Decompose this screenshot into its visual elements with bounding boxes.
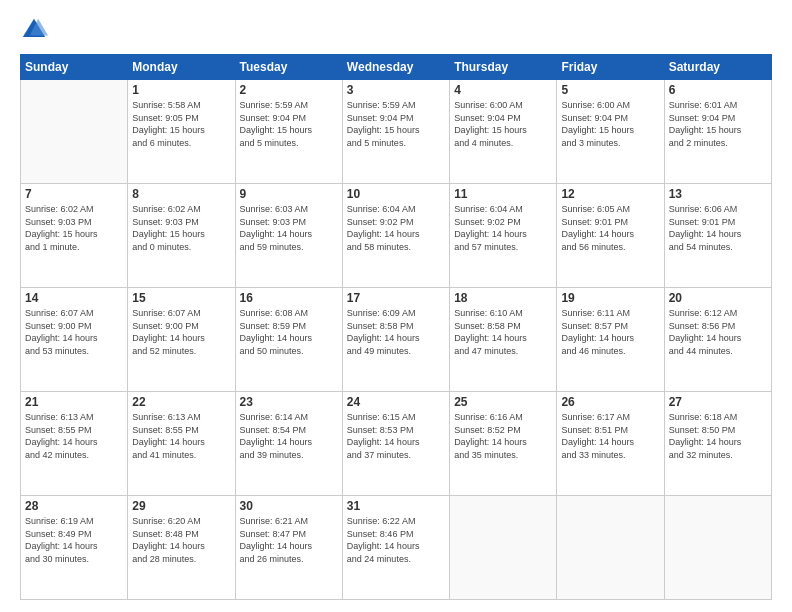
calendar-cell: 1Sunrise: 5:58 AM Sunset: 9:05 PM Daylig… <box>128 80 235 184</box>
weekday-header-saturday: Saturday <box>664 55 771 80</box>
day-number: 18 <box>454 291 552 305</box>
calendar-cell: 21Sunrise: 6:13 AM Sunset: 8:55 PM Dayli… <box>21 392 128 496</box>
cell-info: Sunrise: 6:13 AM Sunset: 8:55 PM Dayligh… <box>132 411 230 461</box>
calendar-cell: 13Sunrise: 6:06 AM Sunset: 9:01 PM Dayli… <box>664 184 771 288</box>
day-number: 27 <box>669 395 767 409</box>
cell-info: Sunrise: 6:21 AM Sunset: 8:47 PM Dayligh… <box>240 515 338 565</box>
day-number: 2 <box>240 83 338 97</box>
calendar-cell: 27Sunrise: 6:18 AM Sunset: 8:50 PM Dayli… <box>664 392 771 496</box>
cell-info: Sunrise: 6:18 AM Sunset: 8:50 PM Dayligh… <box>669 411 767 461</box>
cell-info: Sunrise: 6:03 AM Sunset: 9:03 PM Dayligh… <box>240 203 338 253</box>
calendar-cell: 10Sunrise: 6:04 AM Sunset: 9:02 PM Dayli… <box>342 184 449 288</box>
day-number: 25 <box>454 395 552 409</box>
calendar-cell: 16Sunrise: 6:08 AM Sunset: 8:59 PM Dayli… <box>235 288 342 392</box>
cell-info: Sunrise: 6:20 AM Sunset: 8:48 PM Dayligh… <box>132 515 230 565</box>
day-number: 16 <box>240 291 338 305</box>
day-number: 6 <box>669 83 767 97</box>
day-number: 4 <box>454 83 552 97</box>
cell-info: Sunrise: 6:14 AM Sunset: 8:54 PM Dayligh… <box>240 411 338 461</box>
day-number: 31 <box>347 499 445 513</box>
weekday-header-wednesday: Wednesday <box>342 55 449 80</box>
cell-info: Sunrise: 6:04 AM Sunset: 9:02 PM Dayligh… <box>454 203 552 253</box>
cell-info: Sunrise: 6:09 AM Sunset: 8:58 PM Dayligh… <box>347 307 445 357</box>
day-number: 17 <box>347 291 445 305</box>
calendar-cell: 17Sunrise: 6:09 AM Sunset: 8:58 PM Dayli… <box>342 288 449 392</box>
calendar-cell: 28Sunrise: 6:19 AM Sunset: 8:49 PM Dayli… <box>21 496 128 600</box>
calendar-cell: 23Sunrise: 6:14 AM Sunset: 8:54 PM Dayli… <box>235 392 342 496</box>
calendar-week-3: 14Sunrise: 6:07 AM Sunset: 9:00 PM Dayli… <box>21 288 772 392</box>
calendar-cell <box>557 496 664 600</box>
cell-info: Sunrise: 6:08 AM Sunset: 8:59 PM Dayligh… <box>240 307 338 357</box>
calendar-cell: 19Sunrise: 6:11 AM Sunset: 8:57 PM Dayli… <box>557 288 664 392</box>
cell-info: Sunrise: 6:16 AM Sunset: 8:52 PM Dayligh… <box>454 411 552 461</box>
weekday-header-sunday: Sunday <box>21 55 128 80</box>
day-number: 23 <box>240 395 338 409</box>
cell-info: Sunrise: 6:05 AM Sunset: 9:01 PM Dayligh… <box>561 203 659 253</box>
calendar-week-2: 7Sunrise: 6:02 AM Sunset: 9:03 PM Daylig… <box>21 184 772 288</box>
calendar-cell: 8Sunrise: 6:02 AM Sunset: 9:03 PM Daylig… <box>128 184 235 288</box>
cell-info: Sunrise: 6:15 AM Sunset: 8:53 PM Dayligh… <box>347 411 445 461</box>
day-number: 13 <box>669 187 767 201</box>
logo <box>20 16 52 44</box>
day-number: 26 <box>561 395 659 409</box>
calendar-cell: 5Sunrise: 6:00 AM Sunset: 9:04 PM Daylig… <box>557 80 664 184</box>
cell-info: Sunrise: 5:58 AM Sunset: 9:05 PM Dayligh… <box>132 99 230 149</box>
calendar-cell: 26Sunrise: 6:17 AM Sunset: 8:51 PM Dayli… <box>557 392 664 496</box>
day-number: 30 <box>240 499 338 513</box>
calendar-cell: 30Sunrise: 6:21 AM Sunset: 8:47 PM Dayli… <box>235 496 342 600</box>
day-number: 10 <box>347 187 445 201</box>
calendar-cell: 22Sunrise: 6:13 AM Sunset: 8:55 PM Dayli… <box>128 392 235 496</box>
calendar-week-4: 21Sunrise: 6:13 AM Sunset: 8:55 PM Dayli… <box>21 392 772 496</box>
day-number: 7 <box>25 187 123 201</box>
cell-info: Sunrise: 6:19 AM Sunset: 8:49 PM Dayligh… <box>25 515 123 565</box>
weekday-header-friday: Friday <box>557 55 664 80</box>
weekday-header-tuesday: Tuesday <box>235 55 342 80</box>
day-number: 9 <box>240 187 338 201</box>
calendar-cell: 14Sunrise: 6:07 AM Sunset: 9:00 PM Dayli… <box>21 288 128 392</box>
day-number: 28 <box>25 499 123 513</box>
cell-info: Sunrise: 6:02 AM Sunset: 9:03 PM Dayligh… <box>25 203 123 253</box>
weekday-header-row: SundayMondayTuesdayWednesdayThursdayFrid… <box>21 55 772 80</box>
cell-info: Sunrise: 6:17 AM Sunset: 8:51 PM Dayligh… <box>561 411 659 461</box>
calendar-cell: 20Sunrise: 6:12 AM Sunset: 8:56 PM Dayli… <box>664 288 771 392</box>
calendar-cell: 29Sunrise: 6:20 AM Sunset: 8:48 PM Dayli… <box>128 496 235 600</box>
calendar-cell: 25Sunrise: 6:16 AM Sunset: 8:52 PM Dayli… <box>450 392 557 496</box>
day-number: 5 <box>561 83 659 97</box>
cell-info: Sunrise: 6:04 AM Sunset: 9:02 PM Dayligh… <box>347 203 445 253</box>
calendar-cell: 31Sunrise: 6:22 AM Sunset: 8:46 PM Dayli… <box>342 496 449 600</box>
day-number: 12 <box>561 187 659 201</box>
day-number: 21 <box>25 395 123 409</box>
cell-info: Sunrise: 6:13 AM Sunset: 8:55 PM Dayligh… <box>25 411 123 461</box>
calendar-cell <box>450 496 557 600</box>
day-number: 15 <box>132 291 230 305</box>
calendar-cell: 24Sunrise: 6:15 AM Sunset: 8:53 PM Dayli… <box>342 392 449 496</box>
calendar-cell: 2Sunrise: 5:59 AM Sunset: 9:04 PM Daylig… <box>235 80 342 184</box>
calendar-cell: 9Sunrise: 6:03 AM Sunset: 9:03 PM Daylig… <box>235 184 342 288</box>
calendar-cell: 18Sunrise: 6:10 AM Sunset: 8:58 PM Dayli… <box>450 288 557 392</box>
logo-icon <box>20 16 48 44</box>
cell-info: Sunrise: 6:06 AM Sunset: 9:01 PM Dayligh… <box>669 203 767 253</box>
page: SundayMondayTuesdayWednesdayThursdayFrid… <box>0 0 792 612</box>
calendar-week-5: 28Sunrise: 6:19 AM Sunset: 8:49 PM Dayli… <box>21 496 772 600</box>
day-number: 14 <box>25 291 123 305</box>
calendar-cell: 4Sunrise: 6:00 AM Sunset: 9:04 PM Daylig… <box>450 80 557 184</box>
cell-info: Sunrise: 6:12 AM Sunset: 8:56 PM Dayligh… <box>669 307 767 357</box>
day-number: 19 <box>561 291 659 305</box>
cell-info: Sunrise: 6:10 AM Sunset: 8:58 PM Dayligh… <box>454 307 552 357</box>
header <box>20 16 772 44</box>
calendar-cell: 15Sunrise: 6:07 AM Sunset: 9:00 PM Dayli… <box>128 288 235 392</box>
calendar-cell <box>664 496 771 600</box>
cell-info: Sunrise: 6:07 AM Sunset: 9:00 PM Dayligh… <box>132 307 230 357</box>
day-number: 22 <box>132 395 230 409</box>
calendar-cell: 11Sunrise: 6:04 AM Sunset: 9:02 PM Dayli… <box>450 184 557 288</box>
cell-info: Sunrise: 6:22 AM Sunset: 8:46 PM Dayligh… <box>347 515 445 565</box>
cell-info: Sunrise: 6:02 AM Sunset: 9:03 PM Dayligh… <box>132 203 230 253</box>
weekday-header-monday: Monday <box>128 55 235 80</box>
calendar-cell: 7Sunrise: 6:02 AM Sunset: 9:03 PM Daylig… <box>21 184 128 288</box>
day-number: 1 <box>132 83 230 97</box>
calendar-week-1: 1Sunrise: 5:58 AM Sunset: 9:05 PM Daylig… <box>21 80 772 184</box>
calendar-cell <box>21 80 128 184</box>
cell-info: Sunrise: 5:59 AM Sunset: 9:04 PM Dayligh… <box>347 99 445 149</box>
weekday-header-thursday: Thursday <box>450 55 557 80</box>
cell-info: Sunrise: 6:01 AM Sunset: 9:04 PM Dayligh… <box>669 99 767 149</box>
